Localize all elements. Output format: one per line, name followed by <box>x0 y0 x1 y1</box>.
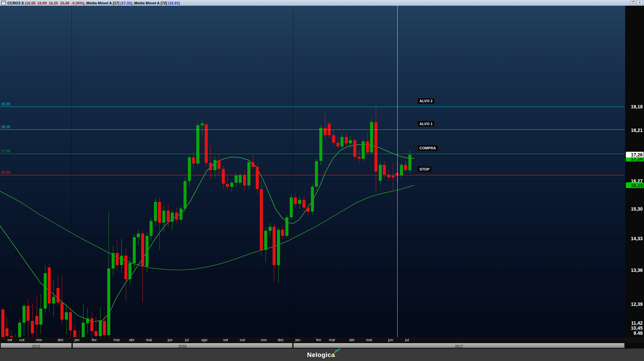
candle[interactable] <box>69 312 72 330</box>
candle[interactable] <box>18 323 21 337</box>
candle[interactable] <box>251 162 254 167</box>
candle[interactable] <box>362 141 365 159</box>
candle[interactable] <box>39 309 42 325</box>
candle[interactable] <box>31 321 34 334</box>
candle[interactable] <box>383 165 386 175</box>
candle[interactable] <box>324 128 327 135</box>
price-axis[interactable]: 19,1818,2117,2416,2715,3014,3313,3612,39… <box>625 6 644 349</box>
candle[interactable] <box>120 256 123 265</box>
candle[interactable] <box>353 140 356 157</box>
candle[interactable] <box>243 175 246 185</box>
candle[interactable] <box>340 137 344 146</box>
candle[interactable] <box>230 183 233 187</box>
candle[interactable] <box>52 297 55 303</box>
candle[interactable] <box>285 217 288 236</box>
candle[interactable] <box>124 256 127 279</box>
candle[interactable] <box>336 143 339 146</box>
candle[interactable] <box>201 123 204 125</box>
candle[interactable] <box>315 161 318 187</box>
candle[interactable] <box>184 181 187 209</box>
time-axis-years[interactable]: 201520162017 <box>0 343 644 349</box>
candle[interactable] <box>392 176 395 178</box>
close-window-button[interactable]: ✕ <box>637 1 643 5</box>
candle[interactable] <box>158 202 161 223</box>
candle[interactable] <box>65 312 68 320</box>
candle[interactable] <box>112 253 115 268</box>
candle[interactable] <box>86 318 89 324</box>
candle[interactable] <box>247 162 250 186</box>
candle[interactable] <box>171 213 174 222</box>
candle[interactable] <box>404 165 407 170</box>
candle[interactable] <box>217 160 220 169</box>
candle[interactable] <box>73 330 76 337</box>
candle[interactable] <box>205 124 208 163</box>
candle[interactable] <box>222 169 225 184</box>
candle[interactable] <box>103 321 106 335</box>
candle[interactable] <box>196 125 199 164</box>
candle[interactable] <box>90 318 93 331</box>
candle[interactable] <box>290 197 293 218</box>
candle[interactable] <box>146 236 149 266</box>
candle[interactable] <box>294 197 297 204</box>
level-line-alvo-1[interactable] <box>0 130 625 130</box>
candle[interactable] <box>319 128 322 161</box>
candle[interactable] <box>260 189 263 250</box>
level-tag-compra[interactable]: COMPRA <box>418 145 438 151</box>
candle[interactable] <box>366 141 369 152</box>
candle[interactable] <box>235 176 238 183</box>
candle[interactable] <box>379 165 382 181</box>
candle[interactable] <box>1 310 4 337</box>
chart-plot-area[interactable]: 19,20ALVO 218,25ALVO 117,30COMPRA16,50ST… <box>0 6 625 337</box>
candle[interactable] <box>345 137 348 143</box>
candle[interactable] <box>35 316 38 325</box>
candle[interactable] <box>56 288 59 302</box>
candle[interactable] <box>281 230 284 236</box>
candle[interactable] <box>192 157 195 164</box>
candle[interactable] <box>141 233 144 266</box>
candle[interactable] <box>27 306 30 321</box>
candle[interactable] <box>408 155 411 170</box>
level-line-compra[interactable] <box>0 154 625 154</box>
candle[interactable] <box>133 237 136 263</box>
candle[interactable] <box>94 331 97 336</box>
candle[interactable] <box>48 267 51 303</box>
candle[interactable] <box>137 233 140 237</box>
level-tag-alvo-2[interactable]: ALVO 2 <box>418 98 434 104</box>
candle[interactable] <box>400 165 403 176</box>
candle[interactable] <box>188 157 191 181</box>
year-bar[interactable]: 2017 <box>293 343 625 348</box>
candle[interactable] <box>82 323 85 337</box>
restore-window-button[interactable]: ❐ <box>630 1 636 5</box>
candle[interactable] <box>332 135 335 143</box>
candle[interactable] <box>209 163 212 170</box>
year-bar[interactable]: 2016 <box>73 343 292 348</box>
candle[interactable] <box>5 328 8 336</box>
candle[interactable] <box>150 221 153 236</box>
candle[interactable] <box>370 122 373 152</box>
candle[interactable] <box>213 160 216 170</box>
candle[interactable] <box>23 306 26 323</box>
candle[interactable] <box>358 157 361 159</box>
level-tag-alvo-1[interactable]: ALVO 1 <box>418 121 434 127</box>
candle[interactable] <box>61 302 64 320</box>
level-line-stop[interactable] <box>0 175 625 175</box>
candle[interactable] <box>311 187 314 212</box>
candle[interactable] <box>277 230 280 265</box>
candle[interactable] <box>307 208 310 211</box>
candle[interactable] <box>239 175 242 183</box>
candle[interactable] <box>162 211 165 223</box>
time-axis-months[interactable]: setoutnovdezjanfevmarabrmaijunjulagoseto… <box>0 337 644 343</box>
candle[interactable] <box>303 200 306 208</box>
candle[interactable] <box>99 321 102 336</box>
candle[interactable] <box>154 202 157 221</box>
year-bar[interactable]: 2015 <box>1 343 72 348</box>
candle[interactable] <box>256 167 259 189</box>
level-tag-stop[interactable]: STOP <box>418 167 431 172</box>
candle[interactable] <box>128 263 131 279</box>
candle[interactable] <box>107 268 110 335</box>
candle[interactable] <box>175 213 178 220</box>
candle[interactable] <box>298 200 301 204</box>
candle[interactable] <box>273 227 276 265</box>
candle[interactable] <box>179 209 183 220</box>
candle[interactable] <box>264 231 267 250</box>
